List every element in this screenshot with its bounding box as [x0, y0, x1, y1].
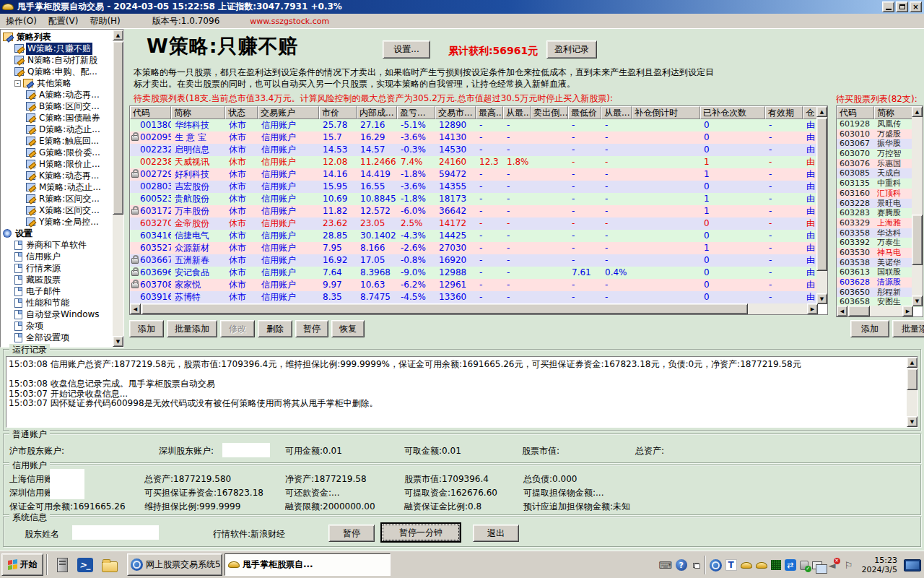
tree-item-16[interactable]: Y策略:全局控...: [1, 216, 113, 228]
scroll-left-icon[interactable]: ◀: [837, 306, 847, 316]
scroll-up-icon[interactable]: ▲: [912, 106, 923, 117]
log-scrollbar[interactable]: ▲ ▼: [907, 357, 918, 427]
window-switch-icon[interactable]: [691, 561, 701, 569]
scroll-up-icon[interactable]: ▲: [113, 30, 123, 40]
buy-list-row[interactable]: 603628清源股: [837, 277, 923, 288]
column-header[interactable]: 补仓倒计时: [632, 106, 700, 119]
scrollbar-thumb[interactable]: [912, 215, 923, 265]
sell-table-hscrollbar[interactable]: ◀ ▶: [130, 303, 818, 314]
tree-item-26[interactable]: 全部设置项: [1, 332, 113, 343]
trade-t-icon[interactable]: T: [725, 559, 737, 571]
keyboard-icon[interactable]: ⌨: [659, 558, 672, 571]
action-button-6[interactable]: 恢复: [331, 320, 365, 337]
buy-list-row[interactable]: 601928凤凰传: [837, 119, 923, 129]
tree-item-6[interactable]: B策略:区间交...: [1, 100, 113, 112]
tree-item-21[interactable]: 藏匿股票: [1, 274, 113, 285]
help-icon[interactable]: ?: [676, 559, 687, 571]
tree-item-22[interactable]: 电子邮件: [1, 285, 113, 297]
menu-config[interactable]: 配置(V): [43, 14, 84, 29]
buy-list-row[interactable]: 603070万控智: [837, 149, 923, 159]
buy-list-row[interactable]: 603358华达科: [837, 228, 923, 238]
tree-item-14[interactable]: R策略:区间交...: [1, 193, 113, 204]
scroll-left-icon[interactable]: ◀: [130, 303, 141, 314]
column-header[interactable]: 简称: [874, 106, 913, 119]
powershell-icon[interactable]: >_: [75, 555, 95, 575]
buy-list-row[interactable]: 603329上海雅: [837, 218, 923, 228]
column-header[interactable]: 仓: [803, 106, 818, 119]
column-header[interactable]: 代码: [837, 106, 874, 119]
column-header[interactable]: 有效期: [765, 106, 803, 119]
buy-list-row[interactable]: 603392万泰生: [837, 238, 923, 248]
tree-item-8[interactable]: D策略:动态止...: [1, 124, 113, 135]
gold-ingot-icon[interactable]: [741, 562, 752, 569]
column-header[interactable]: 状态: [225, 106, 258, 119]
task-button-2[interactable]: 甩手掌柜股票自...: [225, 553, 391, 576]
buy-action-button-2[interactable]: 批量添加: [892, 320, 924, 337]
table-row[interactable]: 603172万丰股份休市信用账户11.8212.572-6.0%36642---…: [130, 205, 827, 217]
buy-list-row[interactable]: 603010万盛股: [837, 129, 923, 139]
buy-action-button-1[interactable]: 添加: [850, 320, 889, 337]
tree-item-15[interactable]: X策略:区间交...: [1, 204, 113, 216]
scroll-up-icon[interactable]: ▲: [907, 357, 918, 368]
flag-icon[interactable]: ⚐: [842, 558, 855, 571]
buy-list-row[interactable]: 603228景旺电: [837, 199, 923, 209]
table-row[interactable]: 600523贵航股份休市信用账户10.6910.8845-1.8%18173--…: [130, 193, 827, 205]
column-header[interactable]: 内部成...: [357, 106, 397, 119]
table-row[interactable]: 002232启明信息休市信用账户14.5314.57-0.3%14530----…: [130, 144, 827, 156]
run-log-textarea[interactable]: 15:03:08 信用账户总资产:1877219.58元，股票市值:170939…: [6, 356, 918, 428]
scroll-down-icon[interactable]: ▼: [907, 416, 918, 427]
buy-list-row[interactable]: 603067振华股: [837, 139, 923, 149]
table-row[interactable]: 001380华纬科技休市信用账户25.7827.16-5.1%12890----…: [130, 119, 827, 131]
settings-button[interactable]: 设置...: [383, 40, 430, 59]
buy-list-row[interactable]: 603613国联股: [837, 267, 923, 277]
start-button[interactable]: 开始: [1, 553, 43, 576]
minimize-button[interactable]: [882, 1, 894, 12]
tree-item-12[interactable]: K策略:动态再...: [1, 170, 113, 181]
sidebar-scrollbar[interactable]: ▲ ▼: [113, 30, 123, 347]
scroll-down-icon[interactable]: ▼: [912, 296, 923, 306]
column-header[interactable]: 从最...: [601, 106, 632, 119]
system-button-2[interactable]: 暂停一分钟: [380, 522, 461, 543]
table-row[interactable]: 603696安记食品休市信用账户7.648.3968-9.0%12988--7.…: [130, 267, 827, 279]
scroll-up-icon[interactable]: ▲: [816, 106, 827, 117]
column-header[interactable]: 交易市...: [435, 106, 476, 119]
tree-item-2[interactable]: N策略:自动打新股: [1, 54, 113, 66]
column-header[interactable]: 最高...: [476, 106, 503, 119]
menu-help[interactable]: 帮助(H): [84, 14, 126, 29]
action-button-5[interactable]: 暂停: [295, 320, 328, 337]
column-header[interactable]: 已补仓次数: [700, 106, 765, 119]
table-row[interactable]: 603270金帝股份休市信用账户23.6223.052.5%14172----0…: [130, 217, 827, 230]
table-row[interactable]: 002238天威视讯休市信用账户12.0811.24667.4%2416012.…: [130, 156, 827, 168]
menu-operation[interactable]: 操作(O): [0, 14, 43, 29]
stock-app-tray-icon[interactable]: [710, 559, 722, 571]
table-row[interactable]: 002729好利科技休市信用账户14.1614.419-1.8%59472---…: [130, 168, 827, 181]
column-header[interactable]: 最低价: [568, 106, 601, 119]
scrollbar-thumb[interactable]: [113, 41, 123, 215]
scrollbar-thumb[interactable]: [907, 368, 918, 390]
usb-check-icon[interactable]: [800, 561, 808, 570]
scroll-right-icon[interactable]: ▶: [807, 303, 818, 314]
muted-speaker-icon[interactable]: ◄: [826, 558, 839, 571]
folder-icon[interactable]: [100, 555, 120, 575]
column-header[interactable]: 盈亏...: [397, 106, 435, 119]
tree-item-1[interactable]: W策略:只赚不赔: [1, 43, 113, 54]
system-tool-icon[interactable]: [52, 555, 72, 575]
tree-item-19[interactable]: 信用账户: [1, 251, 113, 262]
table-row[interactable]: 002095生 意 宝休市信用账户15.716.29-3.6%14130----…: [130, 131, 827, 144]
action-button-4[interactable]: 删除: [258, 320, 292, 337]
buy-list-row[interactable]: 603076乐惠国: [837, 159, 923, 169]
tree-item-25[interactable]: 杂项: [1, 320, 113, 332]
remote-access-icon[interactable]: ⇄: [785, 559, 796, 571]
tree-expander-icon[interactable]: -: [14, 80, 21, 87]
tree-item-23[interactable]: 性能和节能: [1, 297, 113, 309]
column-header[interactable]: 简称: [171, 106, 225, 119]
column-header[interactable]: 市价: [319, 106, 357, 119]
tree-item-7[interactable]: C策略:国债融券: [1, 112, 113, 124]
buy-list-row[interactable]: 603650彤程新: [837, 288, 923, 298]
scroll-down-icon[interactable]: ▼: [816, 293, 827, 304]
tree-item-4[interactable]: -其他策略: [1, 77, 113, 89]
close-button[interactable]: ×: [910, 1, 922, 12]
tree-item-3[interactable]: Q策略:申购、配...: [1, 66, 113, 77]
tree-item-17[interactable]: 设置: [1, 228, 113, 239]
buy-list-row[interactable]: 603283赛腾股: [837, 208, 923, 218]
